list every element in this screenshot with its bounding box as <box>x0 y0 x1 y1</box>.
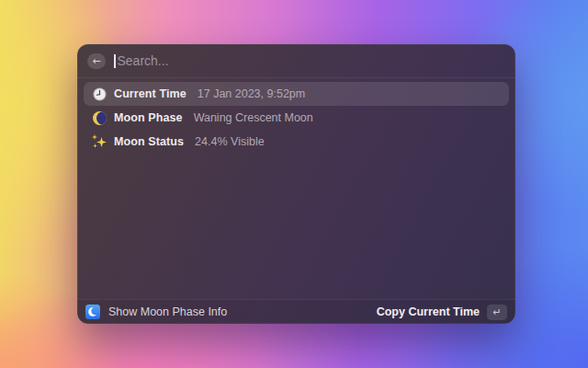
footer-left: Show Moon Phase Info <box>85 305 227 319</box>
row-value: Waning Crescent Moon <box>194 111 313 124</box>
back-arrow-icon: ← <box>92 56 100 66</box>
search-placeholder: Search... <box>118 53 169 68</box>
moon-app-icon <box>85 305 100 319</box>
text-caret <box>114 54 116 68</box>
search-bar: ← Search... <box>77 44 515 77</box>
clock-icon <box>92 86 107 101</box>
row-value: 24.4% Visible <box>195 135 265 148</box>
secondary-action-label[interactable]: Copy Current Time <box>377 305 480 318</box>
list-item-current-time[interactable]: Current Time 17 Jan 2023, 9:52pm <box>84 82 509 106</box>
moon-phase-icon <box>92 110 107 125</box>
row-label: Current Time <box>114 87 187 100</box>
footer-right[interactable]: Copy Current Time ↵ <box>377 305 507 320</box>
sparkles-icon <box>92 134 107 149</box>
row-label: Moon Phase <box>114 111 183 124</box>
launcher-window: ← Search... Current Time 17 Jan 2023, 9:… <box>77 44 515 324</box>
list-item-moon-status[interactable]: Moon Status 24.4% Visible <box>84 130 509 154</box>
primary-action-label[interactable]: Show Moon Phase Info <box>108 305 227 318</box>
return-key-icon: ↵ <box>487 305 507 320</box>
list-item-moon-phase[interactable]: Moon Phase Waning Crescent Moon <box>84 106 509 130</box>
row-label: Moon Status <box>114 135 184 148</box>
row-value: 17 Jan 2023, 9:52pm <box>198 87 305 100</box>
back-button[interactable]: ← <box>87 53 106 69</box>
results-list: Current Time 17 Jan 2023, 9:52pm Moon Ph… <box>77 78 515 299</box>
action-bar: Show Moon Phase Info Copy Current Time ↵ <box>77 299 515 324</box>
search-input[interactable]: Search... <box>114 44 505 77</box>
